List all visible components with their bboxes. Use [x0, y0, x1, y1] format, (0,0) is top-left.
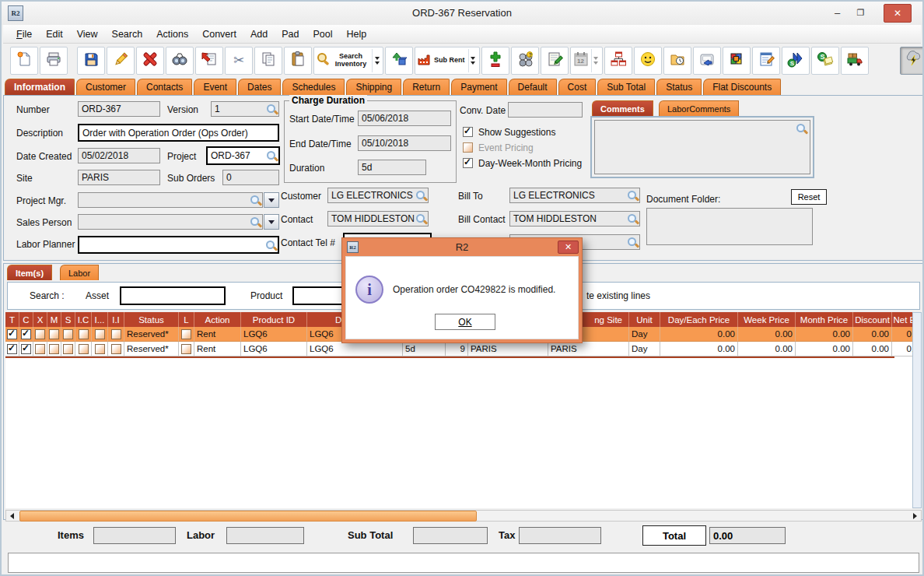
pool-button[interactable]: ?: [511, 47, 539, 75]
row-checkbox[interactable]: [49, 329, 59, 339]
col-header-net-each[interactable]: Net Eac: [892, 312, 912, 327]
edit-notes-button[interactable]: [752, 47, 780, 75]
tab-customer[interactable]: Customer: [76, 79, 135, 95]
tab-return[interactable]: Return: [403, 79, 450, 95]
sales-person-field[interactable]: [78, 214, 263, 230]
row-checkbox[interactable]: [95, 344, 105, 354]
tab-payment[interactable]: Payment: [451, 79, 506, 95]
dropdown-arrows-icon[interactable]: [468, 49, 478, 72]
row-checkbox[interactable]: [63, 344, 73, 354]
number-field[interactable]: ORD-367: [78, 101, 160, 117]
tab-flat-discounts[interactable]: Flat Discounts: [703, 79, 781, 95]
date-created-field[interactable]: 05/02/2018: [78, 148, 160, 163]
row-checkbox[interactable]: [79, 344, 89, 354]
search-icon[interactable]: [626, 212, 639, 225]
project-mgr-field[interactable]: [78, 192, 263, 208]
send-status-button[interactable]: S: [782, 47, 810, 75]
smiley-button[interactable]: [634, 47, 662, 75]
tab-information[interactable]: Information: [5, 79, 75, 95]
asset-input[interactable]: [120, 286, 226, 305]
bill-to-field[interactable]: LG ELECTRONICS: [509, 188, 640, 203]
dropdown-arrows-icon[interactable]: [372, 49, 381, 72]
col-header-ii[interactable]: I.I: [108, 312, 124, 327]
document-folder-textarea[interactable]: [646, 208, 813, 245]
sales-person-dropdown[interactable]: [264, 214, 279, 230]
tab-cost[interactable]: Cost: [558, 79, 597, 95]
tab-contacts[interactable]: Contacts: [137, 79, 192, 95]
find-button[interactable]: [166, 47, 194, 75]
row-checkbox[interactable]: [21, 344, 31, 354]
menu-convert[interactable]: Convert: [195, 26, 243, 42]
menu-add[interactable]: Add: [243, 26, 275, 42]
day-week-month-checkbox[interactable]: [463, 158, 473, 168]
hot-key-button[interactable]: [693, 47, 721, 75]
col-header-l[interactable]: L: [179, 312, 194, 327]
col-header-product-id[interactable]: Product ID: [241, 312, 307, 327]
convert-shapes-button[interactable]: [385, 47, 413, 75]
col-header-t[interactable]: T: [5, 312, 19, 327]
show-suggestions-checkbox[interactable]: [463, 127, 473, 137]
status-notes-button[interactable]: S: [811, 47, 839, 75]
search-icon[interactable]: [626, 236, 639, 248]
row-checkbox[interactable]: [63, 329, 73, 339]
version-field[interactable]: 1: [211, 101, 279, 117]
order-structure-button[interactable]: [604, 47, 632, 75]
row-checkbox[interactable]: [35, 329, 45, 339]
row-checkbox[interactable]: [21, 329, 31, 339]
customer-field[interactable]: LG ELECTRONICS: [327, 188, 429, 203]
col-header-i[interactable]: I...: [92, 312, 108, 327]
scrollbar-thumb[interactable]: [19, 511, 477, 522]
save-button[interactable]: [77, 47, 105, 75]
row-checkbox[interactable]: [181, 344, 191, 354]
search-icon[interactable]: [264, 239, 277, 251]
horizontal-scrollbar[interactable]: [5, 510, 922, 522]
scroll-right-icon[interactable]: [910, 511, 920, 520]
menu-pad[interactable]: Pad: [275, 26, 306, 42]
menu-search[interactable]: Search: [105, 26, 150, 42]
reset-button[interactable]: Reset: [791, 189, 827, 205]
col-header-ic[interactable]: I.C: [75, 312, 92, 327]
col-header-action[interactable]: Action: [194, 312, 241, 327]
project-mgr-dropdown[interactable]: [264, 192, 279, 208]
col-header-c[interactable]: C: [19, 312, 33, 327]
search-icon[interactable]: [249, 216, 261, 228]
tab-shipping[interactable]: Shipping: [346, 79, 401, 95]
comments-textarea[interactable]: [594, 120, 810, 174]
maximize-icon[interactable]: [850, 4, 871, 21]
quote-lightning-button[interactable]: [900, 47, 924, 75]
notes-pad-button[interactable]: [541, 47, 569, 75]
row-checkbox[interactable]: [7, 344, 17, 354]
search-icon[interactable]: [795, 122, 807, 135]
calendar-button[interactable]: 12: [570, 47, 603, 75]
delete-button[interactable]: [136, 47, 164, 75]
ok-button[interactable]: OK: [435, 314, 495, 330]
labor-planner-field[interactable]: [78, 236, 279, 254]
tab-labor[interactable]: Labor: [60, 265, 99, 280]
menu-pool[interactable]: Pool: [306, 26, 339, 42]
delivery-truck-button[interactable]: [841, 47, 869, 75]
copy-order-button[interactable]: [195, 47, 223, 75]
search-icon[interactable]: [415, 212, 427, 225]
cut-button[interactable]: ✂: [225, 47, 253, 75]
close-icon[interactable]: [884, 4, 912, 23]
folder-history-button[interactable]: [663, 47, 691, 75]
tab-comments[interactable]: Comments: [592, 100, 653, 116]
menu-file[interactable]: File: [9, 26, 39, 42]
col-header-x[interactable]: X: [33, 312, 47, 327]
scroll-left-icon[interactable]: [7, 511, 17, 520]
copy-button[interactable]: [254, 47, 282, 75]
search-icon[interactable]: [265, 103, 278, 115]
project-field[interactable]: ORD-367: [206, 146, 280, 165]
tab-labor-comments[interactable]: LaborComments: [659, 100, 739, 116]
col-header-month-price[interactable]: Month Price: [796, 312, 853, 327]
duration-field[interactable]: 5d: [358, 160, 426, 175]
row-checkbox[interactable]: [35, 344, 45, 354]
col-header-discount[interactable]: Discount: [853, 312, 892, 327]
col-header-week-price[interactable]: Week Price: [738, 312, 796, 327]
vertical-scrollbar[interactable]: [912, 312, 922, 508]
tab-items[interactable]: Item(s): [7, 265, 52, 280]
dialog-title-bar[interactable]: R2 R2: [342, 238, 582, 256]
conv-date-field[interactable]: [508, 102, 583, 118]
add-remove-lines-button[interactable]: [481, 47, 509, 75]
tab-status[interactable]: Status: [656, 79, 702, 95]
